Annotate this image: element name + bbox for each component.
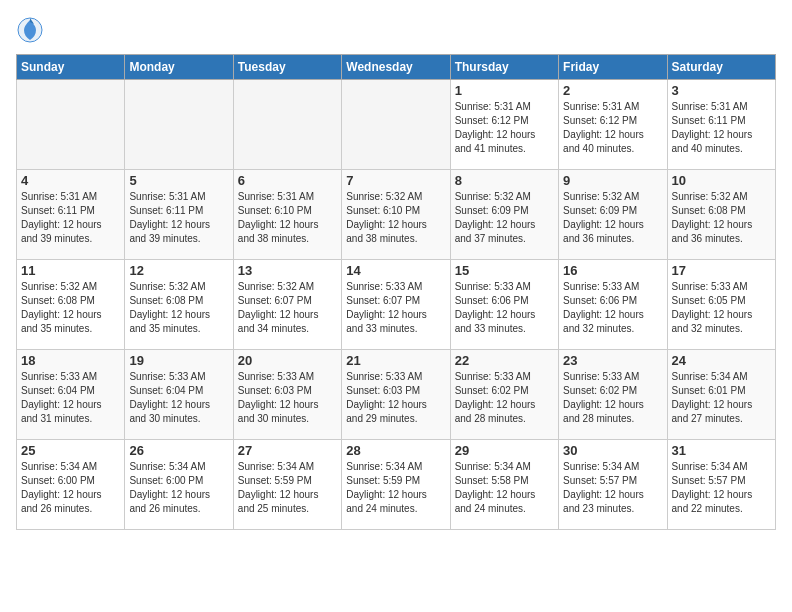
day-cell: 24Sunrise: 5:34 AMSunset: 6:01 PMDayligh… <box>667 350 775 440</box>
day-number: 13 <box>238 263 337 278</box>
day-number: 15 <box>455 263 554 278</box>
day-cell: 14Sunrise: 5:33 AMSunset: 6:07 PMDayligh… <box>342 260 450 350</box>
day-cell: 10Sunrise: 5:32 AMSunset: 6:08 PMDayligh… <box>667 170 775 260</box>
day-cell: 22Sunrise: 5:33 AMSunset: 6:02 PMDayligh… <box>450 350 558 440</box>
week-row-1: 1Sunrise: 5:31 AMSunset: 6:12 PMDaylight… <box>17 80 776 170</box>
day-number: 21 <box>346 353 445 368</box>
day-number: 11 <box>21 263 120 278</box>
day-number: 23 <box>563 353 662 368</box>
day-cell: 13Sunrise: 5:32 AMSunset: 6:07 PMDayligh… <box>233 260 341 350</box>
day-info: Sunrise: 5:33 AMSunset: 6:02 PMDaylight:… <box>455 370 554 426</box>
day-cell: 30Sunrise: 5:34 AMSunset: 5:57 PMDayligh… <box>559 440 667 530</box>
day-info: Sunrise: 5:31 AMSunset: 6:11 PMDaylight:… <box>129 190 228 246</box>
day-number: 1 <box>455 83 554 98</box>
day-number: 9 <box>563 173 662 188</box>
day-cell: 17Sunrise: 5:33 AMSunset: 6:05 PMDayligh… <box>667 260 775 350</box>
day-info: Sunrise: 5:31 AMSunset: 6:12 PMDaylight:… <box>563 100 662 156</box>
weekday-header-wednesday: Wednesday <box>342 55 450 80</box>
day-cell: 29Sunrise: 5:34 AMSunset: 5:58 PMDayligh… <box>450 440 558 530</box>
day-cell: 23Sunrise: 5:33 AMSunset: 6:02 PMDayligh… <box>559 350 667 440</box>
day-number: 12 <box>129 263 228 278</box>
day-cell: 18Sunrise: 5:33 AMSunset: 6:04 PMDayligh… <box>17 350 125 440</box>
day-info: Sunrise: 5:33 AMSunset: 6:03 PMDaylight:… <box>346 370 445 426</box>
day-number: 27 <box>238 443 337 458</box>
day-number: 5 <box>129 173 228 188</box>
day-number: 6 <box>238 173 337 188</box>
day-number: 24 <box>672 353 771 368</box>
day-number: 3 <box>672 83 771 98</box>
day-cell: 3Sunrise: 5:31 AMSunset: 6:11 PMDaylight… <box>667 80 775 170</box>
week-row-3: 11Sunrise: 5:32 AMSunset: 6:08 PMDayligh… <box>17 260 776 350</box>
day-number: 17 <box>672 263 771 278</box>
day-info: Sunrise: 5:33 AMSunset: 6:06 PMDaylight:… <box>563 280 662 336</box>
week-row-4: 18Sunrise: 5:33 AMSunset: 6:04 PMDayligh… <box>17 350 776 440</box>
day-info: Sunrise: 5:31 AMSunset: 6:11 PMDaylight:… <box>672 100 771 156</box>
day-info: Sunrise: 5:34 AMSunset: 5:59 PMDaylight:… <box>346 460 445 516</box>
weekday-header-sunday: Sunday <box>17 55 125 80</box>
day-info: Sunrise: 5:33 AMSunset: 6:06 PMDaylight:… <box>455 280 554 336</box>
day-cell: 31Sunrise: 5:34 AMSunset: 5:57 PMDayligh… <box>667 440 775 530</box>
day-cell <box>233 80 341 170</box>
day-info: Sunrise: 5:33 AMSunset: 6:04 PMDaylight:… <box>129 370 228 426</box>
day-info: Sunrise: 5:33 AMSunset: 6:07 PMDaylight:… <box>346 280 445 336</box>
day-number: 14 <box>346 263 445 278</box>
day-number: 16 <box>563 263 662 278</box>
day-number: 28 <box>346 443 445 458</box>
day-number: 8 <box>455 173 554 188</box>
page-header <box>16 16 776 44</box>
day-number: 30 <box>563 443 662 458</box>
day-info: Sunrise: 5:32 AMSunset: 6:08 PMDaylight:… <box>21 280 120 336</box>
day-cell: 16Sunrise: 5:33 AMSunset: 6:06 PMDayligh… <box>559 260 667 350</box>
day-info: Sunrise: 5:34 AMSunset: 5:59 PMDaylight:… <box>238 460 337 516</box>
day-cell: 20Sunrise: 5:33 AMSunset: 6:03 PMDayligh… <box>233 350 341 440</box>
weekday-header-saturday: Saturday <box>667 55 775 80</box>
day-cell: 7Sunrise: 5:32 AMSunset: 6:10 PMDaylight… <box>342 170 450 260</box>
day-cell <box>342 80 450 170</box>
day-number: 7 <box>346 173 445 188</box>
day-number: 4 <box>21 173 120 188</box>
day-cell: 8Sunrise: 5:32 AMSunset: 6:09 PMDaylight… <box>450 170 558 260</box>
day-cell: 26Sunrise: 5:34 AMSunset: 6:00 PMDayligh… <box>125 440 233 530</box>
day-number: 22 <box>455 353 554 368</box>
day-info: Sunrise: 5:34 AMSunset: 6:01 PMDaylight:… <box>672 370 771 426</box>
day-info: Sunrise: 5:32 AMSunset: 6:09 PMDaylight:… <box>563 190 662 246</box>
logo <box>16 16 48 44</box>
weekday-header-thursday: Thursday <box>450 55 558 80</box>
weekday-header-tuesday: Tuesday <box>233 55 341 80</box>
day-number: 10 <box>672 173 771 188</box>
day-info: Sunrise: 5:32 AMSunset: 6:08 PMDaylight:… <box>129 280 228 336</box>
day-info: Sunrise: 5:31 AMSunset: 6:10 PMDaylight:… <box>238 190 337 246</box>
day-cell: 19Sunrise: 5:33 AMSunset: 6:04 PMDayligh… <box>125 350 233 440</box>
day-number: 18 <box>21 353 120 368</box>
day-cell: 15Sunrise: 5:33 AMSunset: 6:06 PMDayligh… <box>450 260 558 350</box>
day-cell: 28Sunrise: 5:34 AMSunset: 5:59 PMDayligh… <box>342 440 450 530</box>
calendar-table: SundayMondayTuesdayWednesdayThursdayFrid… <box>16 54 776 530</box>
day-number: 25 <box>21 443 120 458</box>
day-info: Sunrise: 5:32 AMSunset: 6:09 PMDaylight:… <box>455 190 554 246</box>
week-row-5: 25Sunrise: 5:34 AMSunset: 6:00 PMDayligh… <box>17 440 776 530</box>
day-info: Sunrise: 5:32 AMSunset: 6:10 PMDaylight:… <box>346 190 445 246</box>
day-number: 19 <box>129 353 228 368</box>
day-cell: 12Sunrise: 5:32 AMSunset: 6:08 PMDayligh… <box>125 260 233 350</box>
day-number: 29 <box>455 443 554 458</box>
day-info: Sunrise: 5:33 AMSunset: 6:04 PMDaylight:… <box>21 370 120 426</box>
day-info: Sunrise: 5:31 AMSunset: 6:12 PMDaylight:… <box>455 100 554 156</box>
day-cell: 4Sunrise: 5:31 AMSunset: 6:11 PMDaylight… <box>17 170 125 260</box>
day-cell <box>17 80 125 170</box>
logo-icon <box>16 16 44 44</box>
day-info: Sunrise: 5:34 AMSunset: 6:00 PMDaylight:… <box>21 460 120 516</box>
day-info: Sunrise: 5:33 AMSunset: 6:05 PMDaylight:… <box>672 280 771 336</box>
weekday-header-monday: Monday <box>125 55 233 80</box>
day-cell: 11Sunrise: 5:32 AMSunset: 6:08 PMDayligh… <box>17 260 125 350</box>
day-info: Sunrise: 5:33 AMSunset: 6:02 PMDaylight:… <box>563 370 662 426</box>
week-row-2: 4Sunrise: 5:31 AMSunset: 6:11 PMDaylight… <box>17 170 776 260</box>
day-info: Sunrise: 5:34 AMSunset: 5:57 PMDaylight:… <box>672 460 771 516</box>
day-info: Sunrise: 5:32 AMSunset: 6:08 PMDaylight:… <box>672 190 771 246</box>
day-cell: 6Sunrise: 5:31 AMSunset: 6:10 PMDaylight… <box>233 170 341 260</box>
day-cell: 21Sunrise: 5:33 AMSunset: 6:03 PMDayligh… <box>342 350 450 440</box>
day-cell: 25Sunrise: 5:34 AMSunset: 6:00 PMDayligh… <box>17 440 125 530</box>
day-info: Sunrise: 5:34 AMSunset: 6:00 PMDaylight:… <box>129 460 228 516</box>
day-cell: 9Sunrise: 5:32 AMSunset: 6:09 PMDaylight… <box>559 170 667 260</box>
day-cell: 5Sunrise: 5:31 AMSunset: 6:11 PMDaylight… <box>125 170 233 260</box>
day-cell: 27Sunrise: 5:34 AMSunset: 5:59 PMDayligh… <box>233 440 341 530</box>
